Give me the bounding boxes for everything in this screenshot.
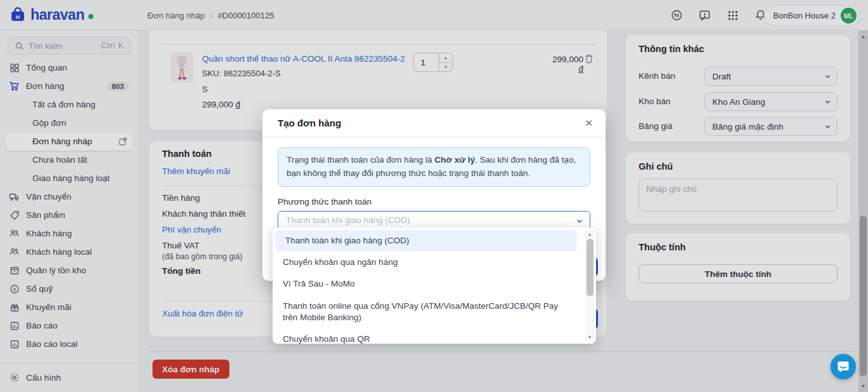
chat-launcher-button[interactable] (831, 354, 856, 379)
dropdown-option-qr-transfer[interactable]: Chuyển khoản qua QR (273, 328, 577, 344)
modal-title: Tạo đơn hàng (278, 118, 341, 128)
scroll-down-icon[interactable]: ▼ (585, 333, 594, 341)
dropdown-option-momo[interactable]: Ví Trả Sau - MoMo (273, 273, 577, 295)
scrollbar-thumb[interactable] (587, 239, 593, 296)
dropdown-option-bank-transfer[interactable]: Chuyển khoản qua ngân hàng (273, 252, 577, 273)
modal-header: Tạo đơn hàng ✕ (262, 109, 606, 137)
dropdown-option-vnpay[interactable]: Thanh toán online qua cổng VNPay (ATM/Vi… (273, 295, 577, 328)
payment-method-dropdown: Thanh toán khi giao hàng (COD) Chuyển kh… (273, 227, 596, 344)
dropdown-option-cod[interactable]: Thanh toán khi giao hàng (COD) (275, 230, 577, 252)
payment-status-alert: Trạng thái thanh toán của đơn hàng là Ch… (278, 147, 590, 187)
chevron-down-icon (576, 217, 583, 225)
close-icon[interactable]: ✕ (585, 118, 593, 129)
payment-method-label: Phương thức thanh toán (278, 197, 590, 206)
payment-method-placeholder: Thanh toán khi giao hàng (COD) (286, 215, 410, 225)
modal-body: Trạng thái thanh toán của đơn hàng là Ch… (262, 137, 606, 240)
dropdown-scrollbar[interactable]: ▲ ▼ (585, 230, 594, 341)
chat-bubble-icon (836, 360, 850, 374)
alert-bold-status: Chờ xử lý (435, 155, 475, 165)
scroll-up-icon[interactable]: ▲ (585, 230, 594, 238)
